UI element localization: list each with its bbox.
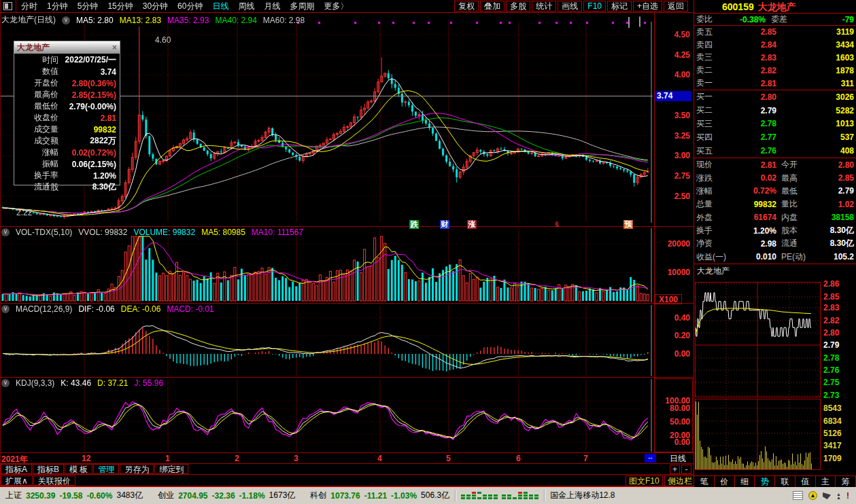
volume-pane: VOL-TDX(5,10) VVOL: 99832 VOLUME: 99832 … — [0, 227, 694, 304]
connection-dish-icon[interactable] — [823, 492, 831, 499]
order-label: 买五 — [696, 145, 721, 157]
index-change: -19.58 — [59, 491, 82, 501]
panel-maximize-icon[interactable] — [639, 17, 640, 26]
event-badge-2[interactable]: 涨 — [467, 220, 477, 229]
tab-chou[interactable]: 筹 — [836, 476, 856, 487]
tab-expand[interactable]: 扩展∧ — [1, 475, 33, 486]
volume-chart[interactable] — [0, 227, 653, 304]
data-transfer-icon[interactable] — [836, 492, 841, 499]
collapse-chevron-icon[interactable] — [1, 379, 10, 387]
graphic-f10-button[interactable]: 图文F10 — [626, 475, 663, 486]
tab-save-as[interactable]: 另存为 — [120, 464, 154, 474]
buy-row[interactable]: 买二2.795282 — [694, 104, 856, 118]
intraday-mini-chart[interactable] — [695, 282, 821, 397]
buy-row[interactable]: 买一2.803026 — [694, 90, 856, 104]
buy-row[interactable]: 买四2.77537 — [694, 130, 856, 144]
tab-indicator-a[interactable]: 指标A — [1, 464, 32, 474]
event-badge-4[interactable]: 预 — [623, 220, 633, 229]
sell-row[interactable]: 卖四2.843434 — [694, 39, 856, 52]
tab-bi[interactable]: 笔 — [694, 476, 715, 487]
period-5min[interactable]: 5分钟 — [73, 1, 103, 12]
message-list-icon[interactable] — [793, 491, 803, 500]
period-more[interactable]: 更多〉 — [319, 1, 353, 12]
layout-toggle[interactable] — [0, 0, 16, 12]
kdj-chart[interactable] — [0, 378, 653, 453]
zoom-in-button[interactable]: + — [670, 465, 680, 474]
multi-stock-button[interactable]: 多股 — [506, 1, 530, 12]
popup-row-label: 成交额 — [18, 135, 58, 147]
index-name[interactable]: 科创 — [310, 490, 326, 501]
add-watchlist-button[interactable]: +自选 — [633, 1, 662, 12]
tab-xi[interactable]: 细 — [735, 476, 755, 487]
order-price: 2.80 — [721, 92, 776, 102]
tab-template[interactable]: 模 板 — [65, 464, 92, 474]
sell-row[interactable]: 卖二2.821878 — [694, 64, 856, 77]
period-60min[interactable]: 60分钟 — [173, 1, 207, 12]
f10-button[interactable]: F10 — [583, 1, 606, 12]
tab-jia[interactable]: 价 — [715, 476, 735, 487]
restore-rights-button[interactable]: 复权 — [454, 1, 479, 12]
popup-title-bar[interactable]: 大龙地产 × — [14, 41, 120, 54]
diamond-tool-icon[interactable] — [628, 18, 630, 27]
trade-coin-icon[interactable] — [808, 491, 817, 500]
close-icon[interactable]: × — [112, 43, 117, 52]
tab-manage[interactable]: 管理 — [93, 464, 119, 474]
order-label: 卖五 — [696, 26, 721, 38]
stats-row: 换手1.20%股本8.30亿 — [694, 224, 856, 237]
intraday-mini-volume[interactable] — [695, 399, 821, 470]
draw-line-button[interactable]: 画线 — [558, 1, 582, 12]
tab-zhi[interactable]: 值 — [795, 476, 816, 487]
sell-row[interactable]: 卖五2.853119 — [694, 26, 856, 39]
tab-lian[interactable]: 联 — [775, 476, 795, 487]
macd-header: MACD(12,26,9) DIF: -0.06 DEA: -0.06 MACD… — [1, 304, 214, 314]
broker-connection-label[interactable]: 国金上海移动12.8 — [550, 490, 615, 501]
stats-button[interactable]: 统计 — [532, 1, 556, 12]
popup-row-label: 数值 — [18, 66, 58, 77]
menu-bar: 分时 1分钟 5分钟 15分钟 30分钟 60分钟 日线 周线 月线 多周期 更… — [0, 0, 694, 13]
macd-chart[interactable] — [0, 304, 653, 378]
order-label: 卖四 — [696, 39, 721, 51]
sell-row[interactable]: 卖一2.81311 — [694, 77, 856, 90]
tab-indicator-b[interactable]: 指标B — [33, 464, 64, 474]
popup-row-value: 99832 — [58, 125, 116, 134]
timeline-label: 3 — [294, 454, 298, 463]
range-selector-button[interactable]: -- — [645, 454, 656, 463]
collapse-chevron-icon[interactable] — [62, 16, 70, 24]
order-price: 2.79 — [721, 106, 776, 115]
overlay-button[interactable]: 叠加 — [480, 1, 504, 12]
back-button[interactable]: 返回 — [664, 1, 688, 12]
market-heat-indicator[interactable] — [502, 491, 538, 500]
candle-info-popup: 大龙地产 × 时间2022/07/25/一 数值3.74 开盘价2.80(0.3… — [14, 41, 120, 185]
period-1min[interactable]: 1分钟 — [42, 1, 73, 12]
market-heat-indicator[interactable] — [461, 491, 498, 500]
period-weekly[interactable]: 周线 — [233, 1, 259, 12]
index-name[interactable]: 创业 — [158, 490, 174, 501]
period-daily[interactable]: 日线 — [207, 1, 233, 12]
buy-row[interactable]: 买三2.781013 — [694, 118, 856, 131]
sell-row[interactable]: 卖三2.831603 — [694, 52, 856, 65]
timeline-axis[interactable]: 2021年 12 1 2 3 4 5 6 7 -- 日线 — [0, 453, 694, 464]
period-multi[interactable]: 多周期 — [285, 1, 319, 12]
tab-linked-quote[interactable]: 关联报价 — [33, 475, 75, 486]
stats-row: 收益(一)0.010PE(动)105.2 — [694, 251, 856, 264]
event-badge-0[interactable]: 跌 — [409, 220, 419, 229]
period-monthly[interactable]: 月线 — [259, 1, 285, 12]
event-badge-1[interactable]: 财 — [440, 220, 449, 229]
alert-icon[interactable]: ! — [846, 491, 849, 501]
popup-row-label: 换手率 — [18, 170, 58, 181]
order-price: 2.78 — [721, 119, 776, 128]
mark-button[interactable]: 标记 — [607, 1, 632, 12]
period-30min[interactable]: 30分钟 — [138, 1, 173, 12]
tab-zhu[interactable]: 主 — [816, 476, 836, 487]
zoom-out-button[interactable]: - — [681, 465, 691, 474]
weicha-label: 委差 — [771, 14, 787, 25]
collapse-chevron-icon[interactable] — [1, 305, 10, 313]
collapse-chevron-icon[interactable] — [1, 228, 10, 236]
buy-row[interactable]: 买五2.76408 — [694, 144, 856, 158]
period-fenshi[interactable]: 分时 — [16, 1, 42, 12]
tab-shi[interactable]: 势 — [755, 476, 775, 487]
event-badge-3[interactable]: ŝ — [552, 220, 562, 229]
index-name[interactable]: 上证 — [5, 490, 22, 501]
tab-bind-to[interactable]: 绑定到 — [154, 464, 188, 474]
period-15min[interactable]: 15分钟 — [103, 1, 137, 12]
